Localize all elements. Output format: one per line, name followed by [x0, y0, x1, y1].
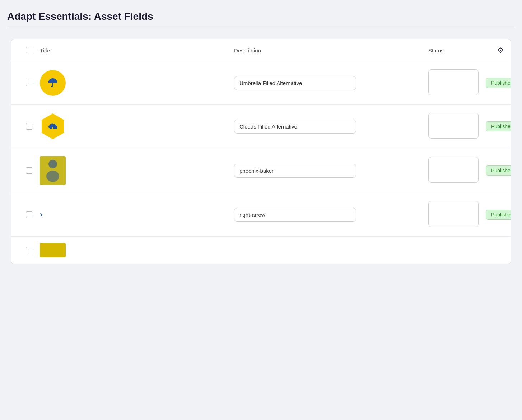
row-3-asset-icon [40, 156, 234, 185]
table-row: Published [11, 105, 511, 148]
row-4-checkbox-wrapper [18, 211, 40, 218]
header-checkbox-wrapper [18, 47, 40, 53]
person-image-placeholder [40, 156, 66, 185]
row-1-title-col [234, 76, 428, 90]
description-column-header: Description [234, 47, 428, 53]
table-row [11, 237, 511, 264]
row-4-status-col: Published [486, 210, 504, 220]
table-header: Title Description Status ⚙ [11, 39, 511, 61]
umbrella-svg [46, 76, 60, 90]
row-3-checkbox-wrapper [18, 167, 40, 174]
page-title: Adapt Essentials: Asset Fields [7, 11, 515, 22]
row-5-checkbox[interactable] [26, 247, 32, 253]
svg-point-3 [46, 171, 59, 182]
row-2-status-col: Published [486, 121, 504, 131]
row-1-status-col: Published [486, 78, 504, 88]
row-2-title-col [234, 120, 428, 134]
table-row: Published [11, 148, 511, 193]
title-divider [7, 28, 515, 28]
status-column-header: Status [428, 47, 486, 53]
asset-fields-table: Title Description Status ⚙ [11, 39, 511, 264]
table-row: Published [11, 61, 511, 105]
row-3-status-badge: Published [486, 165, 511, 176]
svg-rect-0 [52, 83, 53, 87]
clouds-svg [46, 120, 60, 132]
row-5-partial-icon [40, 243, 66, 257]
row-1-title-input[interactable] [234, 76, 356, 90]
row-3-title-input[interactable] [234, 164, 356, 178]
row-5-checkbox-wrapper [18, 247, 40, 253]
row-1-desc-col [428, 69, 486, 97]
title-column-header: Title [40, 47, 234, 53]
svg-point-2 [48, 160, 57, 168]
row-2-description-textarea[interactable] [428, 113, 479, 139]
row-2-checkbox[interactable] [26, 123, 32, 130]
row-1-asset-icon [40, 70, 234, 96]
row-2-title-input[interactable] [234, 120, 356, 134]
row-4-title-col [234, 208, 428, 222]
row-4-checkbox[interactable] [26, 211, 32, 218]
row-2-asset-icon [40, 113, 234, 139]
row-1-checkbox-wrapper [18, 80, 40, 86]
page-wrapper: Adapt Essentials: Asset Fields Title Des… [0, 0, 522, 420]
table-row: › Published [11, 193, 511, 237]
row-2-checkbox-wrapper [18, 123, 40, 130]
row-2-status-badge: Published [486, 121, 511, 131]
row-1-status-badge: Published [486, 78, 511, 88]
row-2-desc-col [428, 113, 486, 140]
row-4-status-badge: Published [486, 210, 511, 220]
right-arrow-chevron-icon: › [40, 210, 42, 219]
clouds-hexagon-icon [40, 113, 66, 139]
select-all-checkbox[interactable] [26, 47, 32, 53]
row-3-status-col: Published [486, 165, 504, 176]
row-4-title-input[interactable] [234, 208, 356, 222]
row-3-desc-col [428, 157, 486, 184]
row-3-checkbox[interactable] [26, 167, 32, 174]
row-5-asset-icon [40, 243, 234, 257]
row-4-asset-icon: › [40, 210, 234, 219]
row-3-title-col [234, 164, 428, 178]
umbrella-circle-icon [40, 70, 66, 96]
row-4-description-textarea[interactable] [428, 201, 479, 227]
settings-gear-icon[interactable]: ⚙ [486, 46, 504, 55]
row-3-description-textarea[interactable] [428, 157, 479, 183]
row-1-checkbox[interactable] [26, 80, 32, 86]
person-svg [42, 158, 64, 183]
row-1-description-textarea[interactable] [428, 69, 479, 95]
row-4-desc-col [428, 201, 486, 228]
